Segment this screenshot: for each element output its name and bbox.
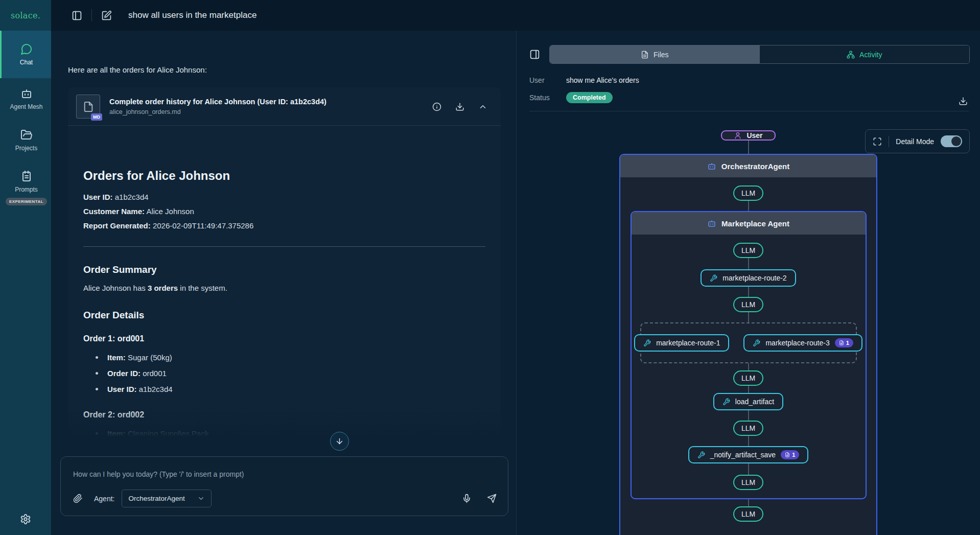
attach-button[interactable] bbox=[73, 494, 83, 503]
file-card-actions bbox=[432, 102, 492, 111]
app-logo: solace. bbox=[0, 0, 51, 31]
node-label: marketplace-route-3 bbox=[765, 339, 829, 347]
flow-edge bbox=[748, 499, 749, 506]
panel-collapse-button[interactable] bbox=[529, 49, 540, 60]
agent-flow-canvas: Detail Mode User OrchestratorAgent LLM M… bbox=[517, 123, 980, 535]
scroll-to-bottom-button[interactable] bbox=[330, 432, 349, 451]
node-label: load_artifact bbox=[735, 398, 774, 406]
flow-node-marketplace-route-2[interactable]: marketplace-route-2 bbox=[701, 269, 796, 287]
group-label: OrchestratorAgent bbox=[721, 162, 789, 171]
list-item: Item: Cleaning Supplies Pack bbox=[83, 426, 485, 440]
flow-node-llm[interactable]: LLM bbox=[733, 370, 763, 386]
doc-divider bbox=[83, 246, 485, 247]
wrench-icon bbox=[643, 339, 651, 347]
tab-label: Files bbox=[654, 51, 669, 59]
user-query-text: show me Alice's orders bbox=[566, 76, 639, 84]
sidebar-item-label: Projects bbox=[15, 145, 37, 152]
tab-activity[interactable]: Activity bbox=[760, 45, 970, 63]
chat-input-box[interactable]: How can I help you today? (Type '/' to i… bbox=[60, 456, 508, 516]
flow-node-llm[interactable]: LLM bbox=[733, 243, 763, 258]
flow-node-marketplace-route-3[interactable]: marketplace-route-3 1 bbox=[743, 334, 862, 352]
session-title: show all users in the marketplace bbox=[128, 10, 256, 20]
node-label: marketplace-route-2 bbox=[722, 274, 786, 282]
doc-heading-details: Order Details bbox=[83, 310, 485, 321]
experimental-badge: EXPERIMENTAL bbox=[6, 198, 47, 205]
doc-title: Orders for Alice Johnson bbox=[83, 169, 485, 183]
flow-edge bbox=[748, 141, 749, 154]
sidebar-item-label: Prompts bbox=[15, 186, 38, 193]
marketplace-agent-header[interactable]: Marketplace Agent bbox=[632, 212, 866, 235]
chevron-down-icon bbox=[197, 495, 205, 502]
file-card-texts: Complete order history for Alice Johnson… bbox=[109, 98, 423, 115]
artifact-count-badge: 1 bbox=[835, 338, 853, 347]
node-label: _notify_artifact_save bbox=[710, 451, 776, 459]
flow-controls: Detail Mode bbox=[865, 129, 970, 153]
flow-node-notify-artifact-save[interactable]: _notify_artifact_save 1 bbox=[688, 446, 809, 463]
download-activity-button[interactable] bbox=[959, 97, 968, 106]
file-title: Complete order history for Alice Johnson… bbox=[109, 98, 423, 106]
flow-node-user[interactable]: User bbox=[721, 130, 775, 141]
robot-icon bbox=[707, 161, 716, 171]
doc-heading-summary: Order Summary bbox=[83, 264, 485, 275]
orchestrator-agent-header[interactable]: OrchestratorAgent bbox=[620, 155, 876, 177]
clipboard-icon bbox=[20, 170, 33, 182]
chat-input-actions bbox=[462, 494, 497, 503]
fullscreen-button[interactable] bbox=[873, 137, 882, 146]
info-icon[interactable] bbox=[432, 102, 441, 111]
list-item: Item: Sugar (50kg) bbox=[83, 350, 485, 365]
download-icon[interactable] bbox=[455, 102, 464, 111]
doc-order-list: Item: Cleaning Supplies Pack Order ID: o… bbox=[83, 426, 485, 440]
new-chat-button[interactable] bbox=[101, 10, 112, 21]
arrow-down-icon bbox=[335, 437, 344, 446]
flow-node-load-artifact[interactable]: load_artifact bbox=[713, 393, 783, 410]
assistant-message-text: Here are all the orders for Alice Johnso… bbox=[68, 65, 501, 74]
logo-text: solace. bbox=[11, 11, 40, 20]
detail-mode-label: Detail Mode bbox=[896, 137, 934, 146]
wrench-icon bbox=[697, 451, 705, 459]
sidebar-item-label: Agent Mesh bbox=[10, 103, 42, 110]
detail-mode-toggle[interactable] bbox=[941, 135, 962, 147]
flow-edge bbox=[748, 410, 749, 421]
mic-button[interactable] bbox=[462, 494, 472, 503]
chat-panel: Here are all the orders for Alice Johnso… bbox=[51, 31, 516, 535]
wrench-icon bbox=[722, 398, 730, 406]
agent-select[interactable]: OrchestratorAgent bbox=[122, 490, 212, 507]
flow-node-llm[interactable]: LLM bbox=[733, 506, 763, 522]
flow-edge bbox=[748, 436, 749, 446]
wrench-icon bbox=[753, 339, 760, 347]
sidebar-item-projects[interactable]: Projects bbox=[0, 120, 51, 161]
sidebar-item-prompts[interactable]: Prompts EXPERIMENTAL bbox=[0, 161, 51, 215]
tab-label: Activity bbox=[859, 51, 882, 59]
file-name: alice_johnson_orders.md bbox=[109, 108, 423, 115]
flow-group-marketplace: Marketplace Agent LLM marketplace-route-… bbox=[631, 211, 867, 499]
wrench-icon bbox=[710, 274, 717, 282]
tab-files[interactable]: Files bbox=[550, 45, 760, 63]
node-label: User bbox=[746, 131, 762, 139]
settings-button[interactable] bbox=[0, 514, 51, 525]
task-meta: User show me Alice's orders Status Compl… bbox=[517, 64, 980, 111]
task-user-row: User show me Alice's orders bbox=[529, 76, 969, 84]
sidebar-toggle-button[interactable] bbox=[72, 10, 82, 21]
doc-order-list: Item: Sugar (50kg) Order ID: ord001 User… bbox=[83, 350, 485, 397]
doc-summary-text: Alice Johnson has 3 orders in the system… bbox=[83, 284, 485, 292]
sidebar: Chat Agent Mesh Projects Prompts EXPERIM… bbox=[0, 31, 51, 535]
list-item: Order ID: ord001 bbox=[83, 365, 485, 381]
flow-node-llm[interactable]: LLM bbox=[733, 475, 763, 490]
activity-panel: Files Activity User show me Alice's orde… bbox=[516, 31, 980, 535]
activity-panel-header: Files Activity bbox=[517, 31, 980, 64]
flow-node-llm[interactable]: LLM bbox=[733, 185, 763, 201]
collapse-icon[interactable] bbox=[478, 102, 487, 111]
agent-select-label: Agent: bbox=[94, 495, 114, 503]
flow-node-marketplace-route-1[interactable]: marketplace-route-1 bbox=[634, 334, 729, 352]
flow-node-llm[interactable]: LLM bbox=[733, 297, 763, 312]
file-artifact-card: MD Complete order history for Alice John… bbox=[68, 87, 501, 440]
flow-node-llm[interactable]: LLM bbox=[733, 421, 763, 436]
folder-icon bbox=[20, 129, 33, 141]
chat-input-placeholder[interactable]: How can I help you today? (Type '/' to i… bbox=[73, 470, 496, 478]
chat-icon bbox=[20, 43, 33, 55]
sidebar-item-chat[interactable]: Chat bbox=[0, 31, 51, 78]
robot-icon bbox=[707, 219, 716, 228]
doc-order-heading: Order 1: ord001 bbox=[83, 334, 485, 343]
send-button[interactable] bbox=[487, 494, 497, 503]
sidebar-item-agent-mesh[interactable]: Agent Mesh bbox=[0, 78, 51, 120]
